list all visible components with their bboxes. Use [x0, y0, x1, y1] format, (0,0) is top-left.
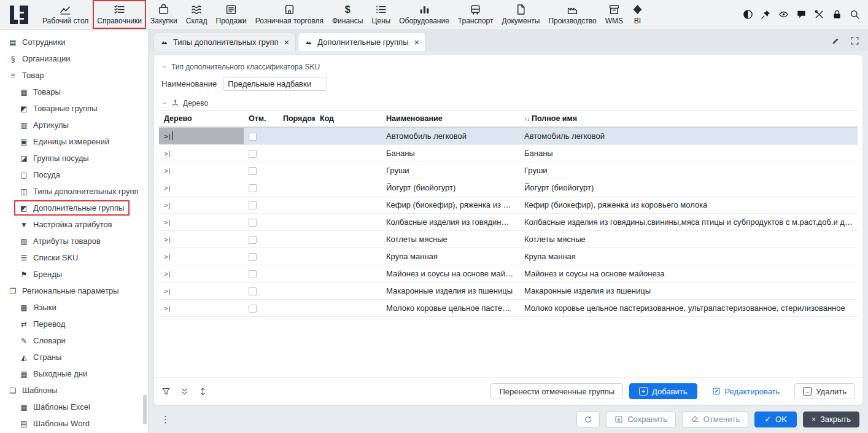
tree-expander-icon[interactable]: >| — [164, 184, 171, 192]
close-button[interactable]: × Закрыть — [803, 412, 859, 427]
sidebar-item[interactable]: ▨Атрибуты товаров — [0, 233, 148, 249]
add-button[interactable]: + Добавить — [629, 383, 697, 399]
column-header[interactable]: Код — [315, 111, 381, 128]
classifier-section-header[interactable]: Тип дополнительного классификатора SKU — [154, 60, 862, 74]
sidebar-item[interactable]: ▩Языки — [0, 299, 148, 316]
sidebar-item[interactable]: ▦Товары — [0, 84, 148, 100]
sidebar-item[interactable]: ≡Товар — [0, 67, 148, 84]
row-checkbox[interactable] — [249, 133, 257, 141]
tab[interactable]: Типы дополнительных групп× — [153, 33, 296, 51]
tree-expander-icon[interactable]: >| — [164, 305, 171, 312]
tree-expander-icon[interactable]: >| — [164, 133, 171, 140]
sidebar-item[interactable]: ❐Региональные параметры — [0, 283, 148, 299]
eye-icon[interactable] — [778, 9, 789, 20]
sidebar-item[interactable]: ▤Шаблоны Word — [0, 415, 148, 432]
search-icon[interactable] — [850, 9, 860, 20]
topbar-item[interactable]: Справочники — [93, 0, 146, 29]
sidebar-item[interactable]: ◫Типы дополнительных групп — [0, 183, 148, 200]
row-checkbox[interactable] — [249, 270, 257, 278]
transfer-groups-button[interactable]: Перенести отмеченные группы — [490, 383, 623, 399]
fullscreen-icon[interactable] — [850, 36, 859, 45]
topbar-item[interactable]: Розничная торговля — [251, 0, 328, 29]
table-row[interactable]: >|Макаронные изделия из пшеницыМакаронны… — [159, 282, 858, 299]
column-header[interactable]: ↑↓Полное имя — [519, 111, 858, 128]
column-header[interactable]: Порядок — [278, 111, 315, 128]
sidebar-item[interactable]: ▥Артикулы — [0, 117, 148, 133]
delete-button[interactable]: – Удалить — [794, 383, 855, 399]
sidebar-item[interactable]: ▦Шаблоны Excel — [0, 399, 148, 415]
tree-expander-icon[interactable]: >| — [164, 270, 171, 278]
app-logo[interactable] — [0, 0, 38, 29]
topbar-item[interactable]: Производство — [544, 0, 600, 29]
sidebar-scrollbar[interactable] — [143, 395, 147, 424]
sidebar-item[interactable]: ❏Шаблоны — [0, 382, 148, 399]
row-checkbox[interactable] — [249, 219, 257, 227]
sidebar-item[interactable]: ◩Товарные группы — [0, 100, 148, 117]
column-header[interactable]: Отм. — [244, 111, 278, 128]
tree-expander-icon[interactable]: >| — [164, 236, 171, 243]
table-row[interactable]: >|Котлеты мясныеКотлеты мясные — [159, 230, 858, 248]
ok-button[interactable]: ✓ OK — [754, 412, 797, 427]
sidebar-item[interactable]: ▼Настройка атрибутов — [0, 216, 148, 233]
sidebar-item[interactable]: ⚑Бренды — [0, 266, 148, 283]
column-header[interactable]: Наименование — [381, 111, 519, 128]
table-row[interactable]: >|Кефир (биокефир), ряженка из ко...Кефи… — [159, 196, 858, 213]
sidebar-item[interactable]: ◭Страны — [0, 349, 148, 365]
refresh-button[interactable] — [576, 412, 600, 427]
topbar-item[interactable]: WMS — [601, 0, 627, 29]
lock-icon[interactable] — [832, 9, 842, 20]
tab[interactable]: Дополнительные группы× — [298, 33, 426, 51]
expand-all-icon[interactable] — [198, 387, 207, 396]
sidebar-item[interactable]: ▦Выходные дни — [0, 365, 148, 382]
table-row[interactable]: >|Колбасные изделия из говядины,с...Колб… — [159, 213, 858, 230]
table-row[interactable]: >|Автомобиль легковойАвтомобиль легковой — [159, 127, 858, 144]
topbar-item[interactable]: Транспорт — [454, 0, 498, 29]
sidebar-item[interactable]: §Организации — [0, 50, 148, 67]
sidebar-item[interactable]: ▢Посуда — [0, 166, 148, 183]
topbar-item[interactable]: Закупки — [146, 0, 182, 29]
topbar-item[interactable]: Документы — [498, 0, 544, 29]
row-checkbox[interactable] — [249, 167, 257, 175]
topbar-item[interactable]: Рабочий стол — [38, 0, 93, 29]
sidebar-item[interactable]: ◪Группы посуды — [0, 150, 148, 166]
topbar-item[interactable]: $Финансы — [328, 0, 367, 29]
cancel-button[interactable]: Отменить — [682, 412, 748, 427]
tree-expander-icon[interactable]: >| — [164, 219, 171, 226]
save-button[interactable]: Сохранить — [606, 412, 676, 427]
table-row[interactable]: >|Йогурт (биойогурт)Йогурт (биойогурт) — [159, 179, 858, 196]
tree-expander-icon[interactable]: >| — [164, 287, 171, 295]
column-header[interactable]: Дерево — [159, 111, 244, 128]
table-row[interactable]: >|ГрушиГруши — [159, 162, 858, 179]
tree-expander-icon[interactable]: >| — [164, 201, 171, 209]
topbar-item[interactable]: Продажи — [212, 0, 251, 29]
sidebar-item[interactable]: ▤Сотрудники — [0, 34, 148, 50]
sidebar-item[interactable]: ▣Единицы измерений — [0, 133, 148, 150]
contrast-icon[interactable] — [743, 9, 753, 20]
topbar-item[interactable]: BI — [627, 0, 648, 29]
sidebar-item[interactable]: ⇄Перевод — [0, 316, 148, 332]
sidebar-item[interactable]: ◩Дополнительные группы — [0, 200, 148, 216]
row-checkbox[interactable] — [249, 253, 257, 261]
edit-pencil-icon[interactable] — [831, 36, 840, 45]
tree-expander-icon[interactable]: >| — [164, 167, 171, 174]
chat-icon[interactable] — [796, 9, 807, 20]
table-row[interactable]: >|БананыБананы — [159, 144, 858, 162]
tree-section-header[interactable]: Дерево — [154, 96, 862, 110]
overflow-menu-icon[interactable]: ⋮ — [161, 414, 170, 425]
tab-close-icon[interactable]: × — [284, 37, 289, 47]
table-row[interactable]: >|Майонез и соусы на основе майо...Майон… — [159, 265, 858, 282]
tree-expander-icon[interactable]: >| — [164, 150, 171, 157]
filter-icon[interactable] — [161, 387, 171, 396]
row-checkbox[interactable] — [249, 201, 257, 209]
tools-icon[interactable] — [814, 9, 824, 20]
topbar-item[interactable]: Склад — [182, 0, 212, 29]
tab-close-icon[interactable]: × — [414, 37, 420, 47]
row-checkbox[interactable] — [249, 236, 257, 244]
row-checkbox[interactable] — [249, 287, 257, 295]
collapse-all-icon[interactable] — [180, 387, 189, 396]
tree-expander-icon[interactable]: >| — [164, 253, 171, 260]
table-row[interactable]: >|Молоко коровье цельное пастери...Молок… — [159, 299, 858, 316]
row-checkbox[interactable] — [249, 150, 257, 158]
sidebar-item[interactable]: ✎Словари — [0, 332, 148, 349]
pin-icon[interactable] — [761, 9, 771, 20]
